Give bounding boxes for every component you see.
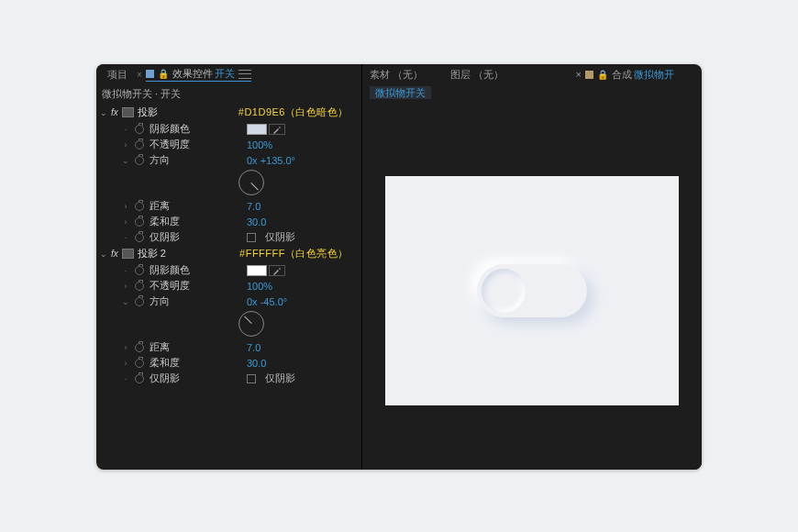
viewer-pane: 素材 （无） 图层 （无） × 🔒 合成 微拟物开 微拟物开关: [362, 64, 702, 470]
prop-label: 方向: [150, 153, 205, 167]
tab-effect-controls[interactable]: 🔒 效果控件 开关: [146, 67, 251, 82]
tab-layer[interactable]: 图层 （无）: [450, 68, 504, 82]
expand-icon[interactable]: ›: [122, 202, 129, 211]
prop-only-shadow: · 仅阴影 仅阴影: [96, 229, 361, 245]
close-icon[interactable]: ×: [137, 70, 142, 80]
stopwatch-icon[interactable]: [135, 140, 144, 150]
stopwatch-icon[interactable]: [135, 297, 144, 306]
prop-opacity: › 不透明度 100%: [96, 278, 361, 294]
no-caret: ·: [122, 266, 129, 275]
left-tab-row: 项目 × 🔒 效果控件 开关: [96, 64, 361, 84]
stopwatch-icon[interactable]: [135, 217, 144, 227]
expand-icon[interactable]: ›: [122, 140, 129, 150]
opacity-value[interactable]: 100%: [247, 281, 272, 292]
eyedropper-icon[interactable]: [269, 265, 285, 276]
expand-icon[interactable]: ›: [122, 343, 129, 352]
prop-label: 方向: [150, 294, 205, 308]
color-swatch[interactable]: [247, 265, 267, 276]
direction-dial[interactable]: [238, 170, 264, 195]
tab-effect-controls-layer: 开关: [215, 67, 235, 81]
stopwatch-icon[interactable]: [135, 343, 144, 352]
no-caret: ·: [122, 374, 129, 383]
prop-label: 仅阴影: [150, 230, 205, 244]
eyedropper-icon[interactable]: [269, 124, 285, 135]
prop-label: 仅阴影: [150, 371, 205, 385]
fx-icon[interactable]: fx: [111, 249, 118, 259]
softness-value[interactable]: 30.0: [247, 358, 266, 369]
effect-controls-pane: 项目 × 🔒 效果控件 开关 微拟物开关 · 开关 ⌄ fx 投影 #D1D9E…: [96, 64, 362, 470]
prop-label: 不透明度: [150, 279, 205, 293]
prop-shadow-color: · 阴影颜色: [96, 262, 361, 278]
viewer-canvas[interactable]: [385, 176, 679, 405]
comp-dropdown-row: 微拟物开关: [362, 84, 702, 102]
only-shadow-checkbox[interactable]: [247, 233, 256, 242]
effect-header[interactable]: ⌄ fx 投影 2 #FFFFFF（白色亮色）: [96, 245, 361, 262]
collapse-icon[interactable]: ⌄: [122, 297, 129, 306]
direction-dial[interactable]: [238, 311, 264, 337]
effect-type-icon: [122, 249, 134, 259]
tab-footage[interactable]: 素材 （无）: [370, 68, 423, 82]
prop-label: 柔和度: [150, 356, 205, 370]
prop-direction: ⌄ 方向 0x +135.0°: [96, 152, 361, 168]
only-shadow-checkbox[interactable]: [247, 374, 256, 383]
lock-icon[interactable]: 🔒: [597, 70, 608, 80]
prop-label: 距离: [150, 199, 205, 213]
prop-softness: › 柔和度 30.0: [96, 355, 361, 371]
no-caret: ·: [122, 233, 129, 242]
right-tab-row: 素材 （无） 图层 （无） × 🔒 合成 微拟物开: [362, 64, 702, 84]
opacity-value[interactable]: 100%: [247, 139, 272, 150]
collapse-icon[interactable]: ⌄: [100, 108, 107, 117]
tab-project[interactable]: 项目: [102, 66, 133, 83]
fx-icon[interactable]: fx: [111, 107, 118, 117]
stopwatch-icon[interactable]: [135, 202, 144, 211]
neumorphic-toggle: [477, 264, 587, 317]
stopwatch-icon[interactable]: [135, 125, 144, 134]
stopwatch-icon[interactable]: [135, 266, 144, 275]
panel-color-icon: [146, 70, 154, 78]
stopwatch-icon[interactable]: [135, 359, 144, 368]
panel-menu-icon[interactable]: [238, 70, 251, 79]
prop-distance: › 距离 7.0: [96, 198, 361, 214]
breadcrumb: 微拟物开关 · 开关: [96, 84, 361, 104]
effect-header[interactable]: ⌄ fx 投影 #D1D9E6（白色暗色）: [96, 104, 361, 121]
lock-icon[interactable]: 🔒: [158, 69, 169, 79]
prop-label: 阴影颜色: [150, 122, 205, 136]
direction-value[interactable]: 0x +135.0°: [247, 155, 295, 166]
collapse-icon[interactable]: ⌄: [100, 249, 107, 259]
prop-only-shadow: · 仅阴影 仅阴影: [96, 371, 361, 386]
tab-composition[interactable]: × 🔒 合成 微拟物开: [576, 68, 674, 82]
panel-color-icon: [585, 71, 593, 79]
softness-value[interactable]: 30.0: [247, 216, 266, 227]
stopwatch-icon[interactable]: [135, 233, 144, 242]
comp-dropdown[interactable]: 微拟物开关: [370, 86, 431, 99]
stopwatch-icon[interactable]: [135, 156, 144, 165]
prop-label: 距离: [150, 340, 205, 354]
expand-icon[interactable]: ›: [122, 217, 129, 227]
no-caret: ·: [122, 125, 129, 134]
collapse-icon[interactable]: ⌄: [122, 156, 129, 165]
prop-distance: › 距离 7.0: [96, 339, 361, 355]
effect-type-icon: [122, 107, 134, 117]
prop-direction: ⌄ 方向 0x -45.0°: [96, 294, 361, 309]
annotation: #D1D9E6（白色暗色）: [238, 105, 358, 119]
color-swatch[interactable]: [247, 124, 267, 135]
effect-list: ⌄ fx 投影 #D1D9E6（白色暗色） · 阴影颜色 ›: [96, 104, 361, 470]
direction-value[interactable]: 0x -45.0°: [247, 296, 287, 307]
stopwatch-icon[interactable]: [135, 282, 144, 291]
distance-value[interactable]: 7.0: [247, 342, 260, 353]
prop-shadow-color: · 阴影颜色: [96, 121, 361, 137]
prop-label: 不透明度: [150, 138, 205, 151]
distance-value[interactable]: 7.0: [247, 201, 260, 212]
prop-opacity: › 不透明度 100%: [96, 137, 361, 152]
toggle-knob: [482, 269, 526, 313]
expand-icon[interactable]: ›: [122, 282, 129, 291]
prop-label: 阴影颜色: [150, 263, 205, 277]
effect-name: 投影: [138, 105, 158, 119]
tab-comp-name: 微拟物开: [634, 68, 674, 82]
annotation: #FFFFFF（白色亮色）: [239, 247, 358, 260]
prop-label: 柔和度: [150, 215, 205, 228]
app-window: 项目 × 🔒 效果控件 开关 微拟物开关 · 开关 ⌄ fx 投影 #D1D9E…: [96, 64, 702, 470]
tab-effect-controls-prefix: 效果控件: [172, 67, 213, 81]
expand-icon[interactable]: ›: [122, 359, 129, 368]
stopwatch-icon[interactable]: [135, 374, 144, 383]
